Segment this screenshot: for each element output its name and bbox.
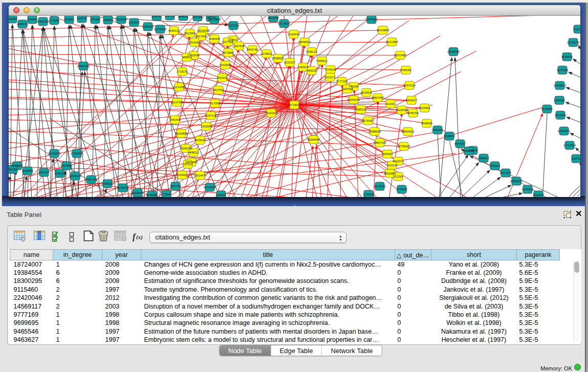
svg-text:19654923: 19654923 — [402, 130, 414, 133]
svg-text:9684067: 9684067 — [382, 152, 393, 156]
svg-text:7955812: 7955812 — [316, 59, 327, 62]
svg-text:104173: 104173 — [77, 17, 86, 20]
svg-text:12093872: 12093872 — [554, 84, 566, 87]
svg-text:10719155: 10719155 — [154, 28, 166, 31]
svg-text:9827505: 9827505 — [195, 35, 206, 38]
svg-text:10688609: 10688609 — [368, 130, 381, 133]
svg-text:20053346: 20053346 — [77, 64, 90, 68]
svg-text:165532: 165532 — [152, 16, 161, 18]
svg-text:20876682: 20876682 — [365, 18, 378, 21]
svg-text:17359924: 17359924 — [71, 152, 83, 155]
svg-text:7357224: 7357224 — [228, 24, 238, 27]
svg-text:1981408: 1981408 — [169, 118, 180, 121]
svg-text:5912954: 5912954 — [184, 32, 195, 35]
svg-text:157212: 157212 — [183, 163, 192, 166]
svg-text:16914479: 16914479 — [194, 174, 206, 177]
svg-text:140557: 140557 — [9, 17, 17, 20]
svg-text:10543352: 10543352 — [188, 41, 201, 44]
svg-text:15751074: 15751074 — [567, 41, 579, 44]
svg-text:10807487: 10807487 — [372, 96, 384, 99]
svg-text:10046756: 10046756 — [180, 147, 192, 150]
svg-text:20206575: 20206575 — [48, 152, 60, 155]
svg-text:2935114: 2935114 — [478, 157, 489, 160]
svg-text:1244419: 1244419 — [554, 99, 564, 102]
svg-text:8186328: 8186328 — [209, 37, 220, 40]
svg-text:1696123: 1696123 — [306, 50, 317, 53]
svg-text:12213967: 12213967 — [386, 40, 398, 43]
svg-text:10107554: 10107554 — [171, 101, 183, 104]
svg-text:8267130: 8267130 — [205, 114, 216, 117]
svg-text:17957253: 17957253 — [85, 178, 97, 181]
svg-text:12213369: 12213369 — [173, 85, 185, 89]
svg-text:9777169: 9777169 — [336, 80, 347, 83]
svg-text:16640910: 16640910 — [298, 40, 311, 43]
svg-text:15226058: 15226058 — [197, 29, 209, 32]
svg-text:6479197: 6479197 — [454, 142, 465, 145]
svg-text:9245082: 9245082 — [146, 193, 157, 196]
svg-text:19166825: 19166825 — [175, 132, 187, 135]
svg-text:11325419: 11325419 — [288, 33, 300, 36]
svg-text:9857791: 9857791 — [170, 185, 181, 188]
svg-text:10654112: 10654112 — [510, 180, 522, 183]
svg-text:106553: 106553 — [103, 18, 113, 21]
svg-text:1733426: 1733426 — [363, 193, 374, 196]
svg-text:772544: 772544 — [162, 193, 171, 196]
svg-text:2803144: 2803144 — [216, 76, 227, 79]
svg-text:2055721: 2055721 — [17, 23, 28, 26]
svg-text:16782759: 16782759 — [117, 186, 129, 189]
svg-text:3675685: 3675685 — [223, 51, 233, 54]
svg-text:9463627: 9463627 — [406, 99, 417, 102]
svg-text:154104: 154104 — [216, 193, 226, 196]
svg-text:10653287: 10653287 — [115, 18, 127, 21]
svg-text:25302023: 25302023 — [265, 112, 277, 115]
svg-text:206914: 206914 — [28, 18, 37, 21]
svg-text:(x): (x) — [136, 234, 143, 240]
svg-text:14136141: 14136141 — [374, 185, 386, 188]
svg-text:19384554: 19384554 — [308, 138, 320, 141]
svg-text:116753: 116753 — [572, 157, 580, 160]
svg-text:8215955: 8215955 — [541, 107, 552, 111]
svg-text:7625402: 7625402 — [177, 173, 187, 177]
svg-text:16033809: 16033809 — [208, 18, 221, 21]
svg-text:252254: 252254 — [394, 175, 403, 178]
svg-text:1615132: 1615132 — [386, 164, 397, 167]
svg-text:12923448: 12923448 — [132, 191, 144, 194]
svg-text:1362615: 1362615 — [297, 65, 308, 69]
svg-text:2942737: 2942737 — [38, 171, 49, 174]
svg-text:107191: 107191 — [193, 16, 202, 18]
svg-text:9115460: 9115460 — [419, 106, 430, 110]
svg-text:1353594: 1353594 — [201, 125, 211, 128]
svg-text:62160: 62160 — [386, 102, 394, 105]
svg-text:2718176: 2718176 — [177, 70, 187, 73]
svg-text:18807249: 18807249 — [374, 141, 386, 144]
svg-text:10973493: 10973493 — [394, 54, 406, 57]
svg-text:183051: 183051 — [64, 18, 74, 21]
svg-text:7986322: 7986322 — [355, 108, 366, 111]
svg-text:5835061: 5835061 — [11, 164, 22, 167]
svg-text:2967608: 2967608 — [233, 45, 244, 48]
svg-text:15720407: 15720407 — [362, 119, 374, 122]
svg-text:8560124: 8560124 — [168, 29, 179, 32]
svg-text:9245652: 9245652 — [522, 188, 533, 191]
svg-text:15716485: 15716485 — [204, 186, 216, 189]
svg-text:3624554: 3624554 — [361, 91, 372, 94]
svg-text:19756928: 19756928 — [398, 145, 410, 148]
svg-text:6794028: 6794028 — [325, 68, 336, 71]
svg-text:4498222: 4498222 — [188, 151, 199, 154]
svg-text:19218506: 19218506 — [278, 22, 290, 25]
svg-text:8938923: 8938923 — [444, 135, 454, 138]
svg-text:1621072: 1621072 — [324, 76, 335, 79]
svg-text:20691406: 20691406 — [37, 20, 49, 23]
svg-text:8427552: 8427552 — [213, 89, 224, 92]
svg-text:646616: 646616 — [179, 16, 188, 18]
svg-text:9829966: 9829966 — [561, 55, 572, 58]
svg-text:197354: 197354 — [91, 18, 100, 21]
svg-text:1156859: 1156859 — [22, 169, 33, 172]
svg-text:8454749: 8454749 — [247, 48, 257, 51]
svg-text:6497568: 6497568 — [342, 87, 353, 91]
svg-text:7485063: 7485063 — [400, 69, 411, 72]
svg-text:9227343: 9227343 — [557, 69, 568, 72]
svg-text:8322037: 8322037 — [284, 61, 295, 64]
svg-text:171646: 171646 — [50, 19, 59, 22]
svg-text:9327508: 9327508 — [222, 40, 233, 43]
